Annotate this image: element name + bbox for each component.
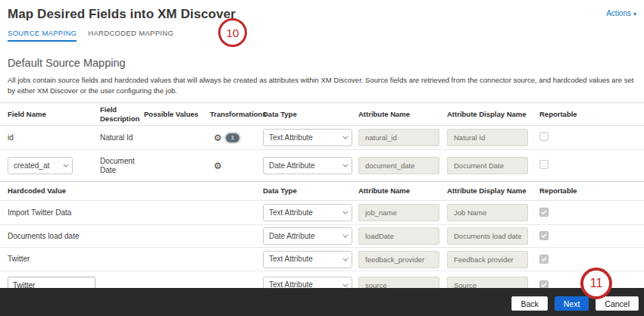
tab-hardcoded-mapping[interactable]: HARDCODED MAPPING xyxy=(88,29,174,42)
back-button[interactable]: Back xyxy=(511,296,547,311)
attribute-name-input xyxy=(358,157,439,174)
chevron-down-icon xyxy=(63,162,68,167)
reportable-checkbox[interactable] xyxy=(539,160,549,169)
table-row: id Natural Id ⚙ 1 Text Attribute xyxy=(0,126,644,150)
reportable-checkbox[interactable] xyxy=(539,132,549,141)
chevron-down-icon xyxy=(342,233,348,238)
data-type-select[interactable]: Text Attribute xyxy=(263,204,352,221)
attribute-name-input xyxy=(358,251,439,268)
field-name-value: id xyxy=(8,133,100,142)
data-type-select[interactable]: Text Attribute xyxy=(263,251,352,268)
page-title: Map Desired Fields into XM Discover xyxy=(8,7,236,22)
chevron-down-icon xyxy=(342,255,348,261)
hardcoded-table-header: Hardcoded Value Data Type Attribute Name… xyxy=(0,181,644,201)
select-value: created_at xyxy=(14,161,49,171)
col-header-data-type: Data Type xyxy=(263,110,358,119)
select-value: Text Attribute xyxy=(269,255,313,264)
attribute-name-input xyxy=(358,129,439,146)
check-icon xyxy=(541,209,547,215)
select-value: Date Attribute xyxy=(269,232,315,241)
attribute-name-input xyxy=(358,227,439,245)
transformations-cell: ⚙ 1 xyxy=(210,133,263,142)
field-description-value: Natural Id xyxy=(100,133,144,142)
cancel-button[interactable]: Cancel xyxy=(596,296,639,311)
chevron-down-icon xyxy=(342,209,348,214)
transformations-count-badge: 1 xyxy=(226,133,239,142)
col-header-transformations: Transformations xyxy=(210,110,263,119)
reportable-checkbox[interactable] xyxy=(539,208,549,217)
annotation-number: 10 xyxy=(227,27,239,39)
caret-down-icon: ▾ xyxy=(633,11,636,17)
col-header-reportable: Reportable xyxy=(536,110,636,119)
check-icon xyxy=(541,282,547,288)
tab-bar: SOURCE MAPPING HARDCODED MAPPING xyxy=(8,29,636,42)
reportable-checkbox[interactable] xyxy=(539,255,549,264)
select-value: Text Attribute xyxy=(269,133,313,142)
section-heading: Default Source Mapping xyxy=(8,57,636,69)
actions-menu-button[interactable]: Actions▾ xyxy=(606,7,636,17)
annotation-step-11: 11 xyxy=(580,268,612,299)
hardcoded-value: Twitter xyxy=(8,255,263,264)
field-name-select[interactable]: created_at xyxy=(8,157,73,174)
gear-icon[interactable]: ⚙ xyxy=(214,133,222,142)
gear-icon[interactable]: ⚙ xyxy=(214,161,222,171)
source-mapping-table: Field Name Field Description Possible Va… xyxy=(0,102,644,299)
table-row: created_at Document Date ⚙ Date Attribut… xyxy=(0,150,644,181)
section-description: All jobs contain source fields and hardc… xyxy=(8,75,636,96)
col-header-field-description: Field Description xyxy=(100,105,144,124)
col-header-attribute-name: Attribute Name xyxy=(358,186,447,196)
next-button[interactable]: Next xyxy=(555,296,589,311)
check-icon xyxy=(541,256,547,262)
table-row: Documents load date Date Attribute xyxy=(0,225,644,248)
attribute-name-input xyxy=(358,204,439,221)
attribute-display-name-input xyxy=(447,204,528,221)
top-bar: Map Desired Fields into XM Discover Acti… xyxy=(0,0,644,22)
tab-source-mapping[interactable]: SOURCE MAPPING xyxy=(8,29,77,42)
col-header-field-name: Field Name xyxy=(8,110,100,119)
footer-bar: Back Next Cancel xyxy=(0,288,644,316)
chevron-down-icon xyxy=(342,134,348,139)
col-header-data-type: Data Type xyxy=(263,186,358,196)
table-row: Import Twitter Data Text Attribute xyxy=(0,201,644,225)
data-type-select[interactable]: Text Attribute xyxy=(263,129,352,146)
chevron-down-icon xyxy=(342,162,348,167)
field-description-value: Document Date xyxy=(100,157,144,175)
check-icon xyxy=(541,233,547,239)
col-header-possible-values: Possible Values xyxy=(144,110,210,119)
annotation-step-10: 10 xyxy=(218,18,247,47)
hardcoded-value: Documents load date xyxy=(8,232,263,241)
col-header-hardcoded-value: Hardcoded Value xyxy=(8,186,263,196)
select-value: Text Attribute xyxy=(269,208,313,217)
col-header-attribute-display-name: Attribute Display Name xyxy=(447,186,536,196)
actions-label: Actions xyxy=(606,9,631,17)
transformations-cell: ⚙ xyxy=(210,161,263,171)
col-header-attribute-display-name: Attribute Display Name xyxy=(447,110,536,119)
col-header-reportable: Reportable xyxy=(536,186,636,196)
attribute-display-name-input xyxy=(447,251,528,268)
attribute-display-name-input xyxy=(447,157,528,174)
map-fields-page: Map Desired Fields into XM Discover Acti… xyxy=(0,0,644,316)
data-type-select[interactable]: Date Attribute xyxy=(263,157,352,174)
annotation-number: 11 xyxy=(590,277,603,290)
data-type-select[interactable]: Date Attribute xyxy=(263,227,352,245)
attribute-display-name-input xyxy=(447,227,528,245)
attribute-display-name-input xyxy=(447,129,528,146)
select-value: Date Attribute xyxy=(269,161,315,171)
reportable-checkbox[interactable] xyxy=(539,231,549,240)
col-header-attribute-name: Attribute Name xyxy=(358,110,447,119)
hardcoded-value: Import Twitter Data xyxy=(8,208,263,217)
chevron-down-icon xyxy=(342,281,348,286)
table-row: Twitter Text Attribute xyxy=(0,248,644,271)
source-table-header: Field Name Field Description Possible Va… xyxy=(0,103,644,126)
